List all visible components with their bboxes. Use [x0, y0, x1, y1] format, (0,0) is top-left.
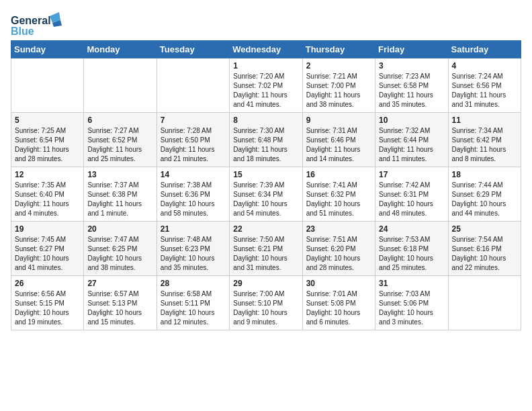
- day-info: Sunrise: 7:00 AM Sunset: 5:10 PM Dayligh…: [233, 289, 298, 327]
- calendar-cell: 16Sunrise: 7:41 AM Sunset: 6:32 PM Dayli…: [302, 167, 375, 222]
- day-info: Sunrise: 7:53 AM Sunset: 6:18 PM Dayligh…: [379, 235, 444, 273]
- day-number: 22: [233, 224, 298, 234]
- calendar-cell: 2Sunrise: 7:21 AM Sunset: 7:00 PM Daylig…: [302, 58, 375, 113]
- calendar-cell: 1Sunrise: 7:20 AM Sunset: 7:02 PM Daylig…: [230, 58, 302, 113]
- calendar-cell: 14Sunrise: 7:38 AM Sunset: 6:36 PM Dayli…: [157, 167, 229, 222]
- calendar-cell: 31Sunrise: 7:03 AM Sunset: 5:06 PM Dayli…: [375, 276, 448, 330]
- day-info: Sunrise: 7:44 AM Sunset: 6:29 PM Dayligh…: [452, 181, 517, 218]
- day-info: Sunrise: 7:27 AM Sunset: 6:52 PM Dayligh…: [87, 126, 152, 164]
- calendar-week-row: 12Sunrise: 7:35 AM Sunset: 6:40 PM Dayli…: [11, 167, 521, 222]
- day-number: 21: [161, 224, 226, 234]
- weekday-header-monday: Monday: [84, 41, 157, 58]
- day-info: Sunrise: 7:35 AM Sunset: 6:40 PM Dayligh…: [15, 181, 80, 218]
- weekday-header-friday: Friday: [375, 41, 448, 58]
- calendar-cell: 15Sunrise: 7:39 AM Sunset: 6:34 PM Dayli…: [230, 167, 302, 222]
- day-number: 2: [306, 61, 371, 71]
- weekday-header-sunday: Sunday: [11, 41, 84, 58]
- calendar-cell: 9Sunrise: 7:31 AM Sunset: 6:46 PM Daylig…: [302, 113, 375, 167]
- day-number: 28: [161, 279, 226, 288]
- svg-text:Blue: Blue: [11, 26, 34, 36]
- calendar-cell: 4Sunrise: 7:24 AM Sunset: 6:56 PM Daylig…: [448, 58, 521, 113]
- day-number: 16: [306, 170, 371, 179]
- calendar-cell: 18Sunrise: 7:44 AM Sunset: 6:29 PM Dayli…: [448, 167, 521, 222]
- day-info: Sunrise: 7:21 AM Sunset: 7:00 PM Dayligh…: [306, 72, 371, 109]
- day-number: 30: [306, 279, 371, 288]
- calendar-cell: [11, 58, 84, 113]
- day-number: 8: [233, 116, 298, 125]
- calendar-cell: 25Sunrise: 7:54 AM Sunset: 6:16 PM Dayli…: [448, 222, 521, 276]
- day-number: 7: [161, 116, 226, 125]
- day-number: 3: [379, 61, 444, 71]
- logo: General Blue: [11, 11, 64, 36]
- logo-icon: General Blue: [11, 11, 64, 36]
- day-info: Sunrise: 7:37 AM Sunset: 6:38 PM Dayligh…: [87, 181, 152, 218]
- day-number: 10: [379, 116, 444, 125]
- calendar-cell: [157, 58, 229, 113]
- calendar-week-row: 1Sunrise: 7:20 AM Sunset: 7:02 PM Daylig…: [11, 58, 521, 113]
- day-info: Sunrise: 7:34 AM Sunset: 6:42 PM Dayligh…: [452, 126, 517, 164]
- day-info: Sunrise: 7:45 AM Sunset: 6:27 PM Dayligh…: [15, 235, 80, 273]
- calendar-cell: 27Sunrise: 6:57 AM Sunset: 5:13 PM Dayli…: [84, 276, 157, 330]
- weekday-header-saturday: Saturday: [448, 41, 521, 58]
- day-number: 27: [87, 279, 152, 288]
- calendar-cell: 30Sunrise: 7:01 AM Sunset: 5:08 PM Dayli…: [302, 276, 375, 330]
- calendar-cell: 23Sunrise: 7:51 AM Sunset: 6:20 PM Dayli…: [302, 222, 375, 276]
- calendar-cell: 13Sunrise: 7:37 AM Sunset: 6:38 PM Dayli…: [84, 167, 157, 222]
- svg-text:General: General: [11, 15, 51, 26]
- day-info: Sunrise: 7:38 AM Sunset: 6:36 PM Dayligh…: [161, 181, 226, 218]
- day-number: 14: [161, 170, 226, 179]
- calendar-cell: 26Sunrise: 6:56 AM Sunset: 5:15 PM Dayli…: [11, 276, 84, 330]
- day-number: 24: [379, 224, 444, 234]
- day-info: Sunrise: 7:25 AM Sunset: 6:54 PM Dayligh…: [15, 126, 80, 164]
- calendar-cell: 28Sunrise: 6:58 AM Sunset: 5:11 PM Dayli…: [157, 276, 229, 330]
- calendar-cell: 8Sunrise: 7:30 AM Sunset: 6:48 PM Daylig…: [230, 113, 302, 167]
- calendar-cell: 22Sunrise: 7:50 AM Sunset: 6:21 PM Dayli…: [230, 222, 302, 276]
- day-info: Sunrise: 7:54 AM Sunset: 6:16 PM Dayligh…: [452, 235, 517, 273]
- day-info: Sunrise: 7:23 AM Sunset: 6:58 PM Dayligh…: [379, 72, 444, 109]
- day-number: 23: [306, 224, 371, 234]
- day-info: Sunrise: 7:28 AM Sunset: 6:50 PM Dayligh…: [161, 126, 226, 164]
- day-number: 4: [452, 61, 517, 71]
- page-header: General Blue: [11, 11, 521, 36]
- day-number: 15: [233, 170, 298, 179]
- day-info: Sunrise: 7:50 AM Sunset: 6:21 PM Dayligh…: [233, 235, 298, 273]
- day-number: 1: [233, 61, 298, 71]
- day-number: 5: [15, 116, 80, 125]
- day-number: 11: [452, 116, 517, 125]
- day-number: 26: [15, 279, 80, 288]
- day-info: Sunrise: 6:56 AM Sunset: 5:15 PM Dayligh…: [15, 289, 80, 327]
- calendar-cell: 6Sunrise: 7:27 AM Sunset: 6:52 PM Daylig…: [84, 113, 157, 167]
- day-number: 29: [233, 279, 298, 288]
- calendar-cell: [84, 58, 157, 113]
- day-number: 13: [87, 170, 152, 179]
- day-number: 20: [87, 224, 152, 234]
- calendar-cell: 29Sunrise: 7:00 AM Sunset: 5:10 PM Dayli…: [230, 276, 302, 330]
- calendar-cell: 20Sunrise: 7:47 AM Sunset: 6:25 PM Dayli…: [84, 222, 157, 276]
- day-number: 6: [87, 116, 152, 125]
- weekday-header-tuesday: Tuesday: [157, 41, 229, 58]
- calendar-week-row: 5Sunrise: 7:25 AM Sunset: 6:54 PM Daylig…: [11, 113, 521, 167]
- calendar-cell: 11Sunrise: 7:34 AM Sunset: 6:42 PM Dayli…: [448, 113, 521, 167]
- calendar-cell: 24Sunrise: 7:53 AM Sunset: 6:18 PM Dayli…: [375, 222, 448, 276]
- calendar-cell: 5Sunrise: 7:25 AM Sunset: 6:54 PM Daylig…: [11, 113, 84, 167]
- calendar-cell: 7Sunrise: 7:28 AM Sunset: 6:50 PM Daylig…: [157, 113, 229, 167]
- weekday-header-thursday: Thursday: [302, 41, 375, 58]
- day-info: Sunrise: 7:42 AM Sunset: 6:31 PM Dayligh…: [379, 181, 444, 218]
- day-number: 25: [452, 224, 517, 234]
- weekday-header-row: SundayMondayTuesdayWednesdayThursdayFrid…: [11, 41, 521, 58]
- day-number: 12: [15, 170, 80, 179]
- calendar-week-row: 26Sunrise: 6:56 AM Sunset: 5:15 PM Dayli…: [11, 276, 521, 330]
- calendar-cell: 17Sunrise: 7:42 AM Sunset: 6:31 PM Dayli…: [375, 167, 448, 222]
- day-info: Sunrise: 7:24 AM Sunset: 6:56 PM Dayligh…: [452, 72, 517, 109]
- calendar-week-row: 19Sunrise: 7:45 AM Sunset: 6:27 PM Dayli…: [11, 222, 521, 276]
- day-number: 17: [379, 170, 444, 179]
- calendar-cell: [448, 276, 521, 330]
- calendar-cell: 21Sunrise: 7:48 AM Sunset: 6:23 PM Dayli…: [157, 222, 229, 276]
- day-info: Sunrise: 7:01 AM Sunset: 5:08 PM Dayligh…: [306, 289, 371, 327]
- day-info: Sunrise: 7:03 AM Sunset: 5:06 PM Dayligh…: [379, 289, 444, 327]
- day-info: Sunrise: 7:41 AM Sunset: 6:32 PM Dayligh…: [306, 181, 371, 218]
- weekday-header-wednesday: Wednesday: [230, 41, 302, 58]
- calendar-cell: 3Sunrise: 7:23 AM Sunset: 6:58 PM Daylig…: [375, 58, 448, 113]
- day-info: Sunrise: 7:30 AM Sunset: 6:48 PM Dayligh…: [233, 126, 298, 164]
- day-info: Sunrise: 7:20 AM Sunset: 7:02 PM Dayligh…: [233, 72, 298, 109]
